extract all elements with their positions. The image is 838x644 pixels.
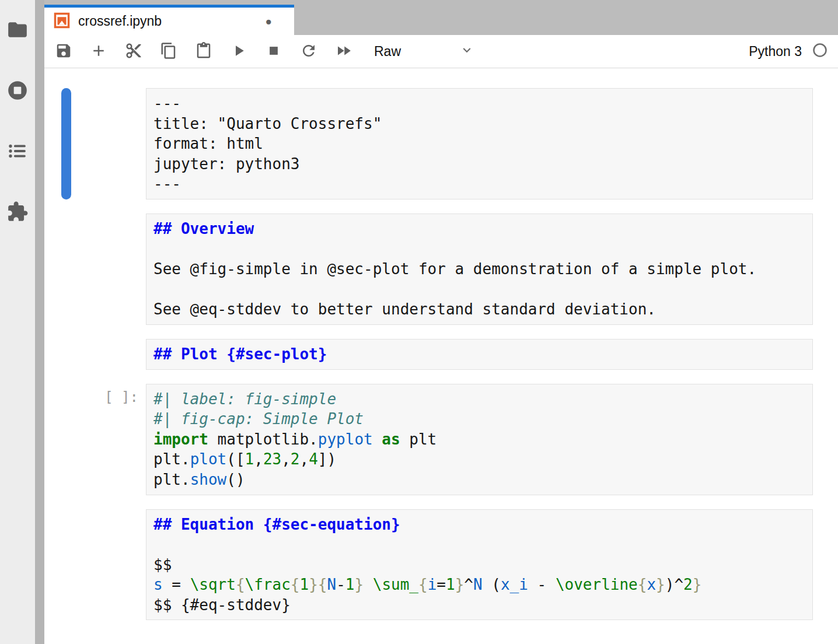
cell-editor[interactable]: ---title: "Quarto Crossrefs"format: html… bbox=[146, 88, 813, 200]
cell-type-dropdown[interactable]: Raw bbox=[368, 43, 479, 60]
plus-icon bbox=[90, 42, 107, 61]
cell-editor[interactable]: ## Overview See @fig-simple in @sec-plot… bbox=[146, 214, 813, 325]
folder-icon bbox=[6, 19, 29, 43]
code-line bbox=[153, 239, 805, 260]
interrupt-kernel-button[interactable] bbox=[256, 39, 291, 64]
code-line: plt.plot([1,23,2,4]) bbox=[153, 449, 805, 470]
sidebar-item-file-browser[interactable] bbox=[4, 16, 32, 44]
tab-notebook[interactable]: crossref.ipynb ● bbox=[44, 5, 294, 35]
copy-cells-button[interactable] bbox=[151, 39, 186, 64]
sidebar-item-extensions[interactable] bbox=[4, 198, 32, 226]
cell-editor[interactable]: ## Equation {#sec-equation} $$s = \sqrt{… bbox=[146, 509, 813, 621]
cell-code-4[interactable]: [ ]:#| label: fig-simple#| fig-cap: Simp… bbox=[146, 384, 813, 495]
clipboard-icon bbox=[195, 42, 212, 61]
code-line: ## Plot {#sec-plot} bbox=[153, 344, 805, 365]
code-line: import matplotlib.pyplot as plt bbox=[153, 429, 805, 450]
restart-kernel-button[interactable] bbox=[291, 39, 326, 64]
fast-forward-icon bbox=[335, 42, 352, 61]
unsaved-changes-indicator[interactable]: ● bbox=[266, 16, 272, 27]
restart-run-all-button[interactable] bbox=[326, 39, 361, 64]
code-line: #| fig-cap: Simple Plot bbox=[153, 409, 805, 429]
stop-icon bbox=[265, 42, 282, 61]
kernel-status-icon[interactable] bbox=[812, 42, 828, 61]
code-line: plt.show() bbox=[153, 470, 805, 490]
notebook-toolbar: Raw Python 3 bbox=[44, 35, 838, 68]
insert-cell-button[interactable] bbox=[81, 39, 116, 64]
code-line: ## Overview bbox=[153, 219, 805, 239]
run-cell-button[interactable] bbox=[221, 39, 256, 64]
code-line bbox=[153, 279, 805, 300]
sidebar-splitter[interactable] bbox=[35, 0, 44, 644]
cell-editor[interactable]: ## Plot {#sec-plot} bbox=[146, 339, 813, 370]
notebook: ---title: "Quarto Crossrefs"format: html… bbox=[44, 68, 838, 644]
code-line: $$ bbox=[153, 555, 805, 575]
execution-prompt: [ ]: bbox=[104, 389, 138, 405]
stop-circle-icon bbox=[6, 79, 29, 103]
code-line: jupyter: python3 bbox=[153, 154, 805, 174]
code-line: See @fig-simple in @sec-plot for a demon… bbox=[153, 259, 805, 279]
puzzle-icon bbox=[6, 201, 29, 225]
code-line: $$ {#eq-stddev} bbox=[153, 595, 805, 615]
cell-markdown-2[interactable]: ## Overview See @fig-simple in @sec-plot… bbox=[146, 214, 813, 325]
code-line: --- bbox=[153, 174, 805, 194]
active-cell-collapser[interactable] bbox=[61, 88, 71, 200]
tab-title: crossref.ipynb bbox=[78, 13, 162, 29]
copy-icon bbox=[160, 42, 177, 61]
activity-sidebar bbox=[0, 0, 35, 644]
scissors-icon bbox=[125, 42, 142, 61]
code-line: format: html bbox=[153, 134, 805, 154]
cell-markdown-5[interactable]: ## Equation {#sec-equation} $$s = \sqrt{… bbox=[146, 509, 813, 621]
sidebar-item-table-of-contents[interactable] bbox=[4, 138, 32, 166]
notebook-icon bbox=[53, 12, 71, 32]
refresh-icon bbox=[300, 42, 317, 61]
code-line: title: "Quarto Crossrefs" bbox=[153, 114, 805, 134]
kernel-name[interactable]: Python 3 bbox=[749, 44, 802, 60]
list-icon bbox=[6, 140, 29, 164]
chevron-down-icon bbox=[459, 43, 474, 60]
code-line bbox=[153, 534, 805, 555]
code-line: --- bbox=[153, 93, 805, 114]
sidebar-item-running-kernels[interactable] bbox=[4, 77, 32, 105]
code-line: See @eq-stddev to better understand stan… bbox=[153, 299, 805, 320]
cell-type-value: Raw bbox=[374, 44, 401, 60]
play-icon bbox=[230, 42, 247, 61]
cell-markdown-3[interactable]: ## Plot {#sec-plot} bbox=[146, 339, 813, 370]
tab-bar: crossref.ipynb ● bbox=[44, 0, 838, 35]
code-line: ## Equation {#sec-equation} bbox=[153, 514, 805, 535]
cell-raw-1[interactable]: ---title: "Quarto Crossrefs"format: html… bbox=[146, 88, 813, 200]
cell-editor[interactable]: #| label: fig-simple#| fig-cap: Simple P… bbox=[146, 384, 813, 495]
main-area: crossref.ipynb ● R bbox=[44, 0, 838, 644]
save-button[interactable] bbox=[46, 39, 81, 64]
cut-cells-button[interactable] bbox=[116, 39, 151, 64]
save-icon bbox=[55, 42, 72, 61]
kernel-indicator: Python 3 bbox=[749, 42, 828, 61]
paste-cells-button[interactable] bbox=[186, 39, 221, 64]
code-line: s = \sqrt{\frac{1}{N-1} \sum_{i=1}^N (x_… bbox=[153, 575, 805, 595]
code-line: #| label: fig-simple bbox=[153, 389, 805, 410]
